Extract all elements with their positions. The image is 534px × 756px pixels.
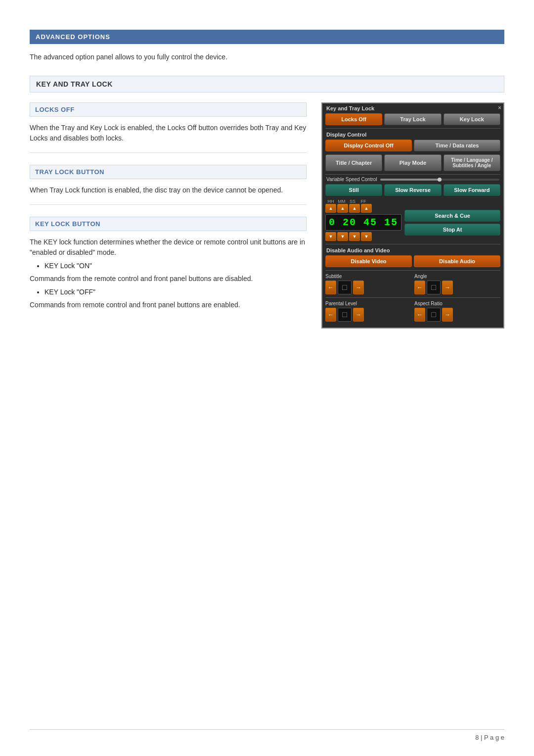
mm-up-arrow[interactable]: ▲	[337, 204, 348, 213]
mm-down-arrow[interactable]: ▼	[337, 232, 348, 241]
parental-spinner: Parental Level ← □ →	[325, 301, 411, 322]
dialog-close-button[interactable]: ×	[498, 104, 501, 111]
ss-down-arrow[interactable]: ▼	[349, 232, 360, 241]
stop-at-button[interactable]: Stop At	[404, 224, 500, 236]
left-content: LOCKS OFF When the Tray and Key Lock is …	[30, 102, 307, 331]
bullet-key-off: KEY Lock "OFF"	[44, 288, 307, 296]
disable-audio-button[interactable]: Disable Audio	[414, 255, 500, 267]
subtitle-spinner: Subtitle ← □ →	[325, 274, 411, 294]
key-lock-content2: Commands from the remote control and fro…	[30, 274, 307, 284]
angle-spinner: Angle ← □ →	[414, 274, 500, 294]
disable-video-button[interactable]: Disable Video	[325, 255, 412, 267]
down-arrows-row: ▼ ▼ ▼ ▼	[325, 232, 401, 241]
display-control-off-button[interactable]: Display Control Off	[325, 140, 412, 151]
display-row2: Title / Chapter Play Mode Time / Languag…	[322, 153, 503, 173]
time-data-rates-button[interactable]: Time / Data rates	[414, 140, 500, 151]
tray-lock-section: TRAY LOCK BUTTON When Tray Lock function…	[30, 165, 307, 205]
parental-right-arrow[interactable]: →	[353, 308, 364, 322]
ss-label: SS	[347, 199, 358, 204]
still-button[interactable]: Still	[325, 184, 382, 196]
time-row: ▲ ▲ ▲ ▲ 0 20 45 15 ▼ ▼ ▼ ▼	[322, 204, 503, 243]
ff-up-arrow[interactable]: ▲	[361, 204, 372, 213]
tray-lock-content: When Tray Lock function is enabled, the …	[30, 185, 307, 195]
subtitle-right-arrow[interactable]: →	[353, 281, 364, 294]
slow-forward-button[interactable]: Slow Forward	[444, 184, 500, 196]
search-cue-button[interactable]: Search & Cue	[404, 210, 500, 222]
aspect-right-arrow[interactable]: →	[442, 308, 453, 322]
bottom-spacer	[322, 324, 503, 328]
tray-lock-header: TRAY LOCK BUTTON	[30, 165, 307, 179]
play-mode-button[interactable]: Play Mode	[384, 154, 441, 171]
time-language-button[interactable]: Time / Language / Subtitles / Angle	[444, 154, 500, 171]
key-lock-content: The KEY lock function determines whether…	[30, 237, 307, 258]
right-panel: × Key and Tray Lock Locks Off Tray Lock …	[321, 102, 504, 329]
parental-left-arrow[interactable]: ←	[325, 308, 336, 322]
key-lock-header: KEY LOCK BUTTON	[30, 217, 307, 231]
speed-slider[interactable]	[380, 179, 499, 181]
title-chapter-button[interactable]: Title / Chapter	[325, 154, 382, 171]
subtitle-display: □	[338, 281, 352, 294]
disable-av-label: Disable Audio and Video	[322, 245, 503, 254]
key-lock-content3: Commands from remote control and front p…	[30, 300, 307, 310]
angle-left-arrow[interactable]: ←	[414, 281, 425, 294]
up-arrows-row: ▲ ▲ ▲ ▲	[325, 204, 401, 213]
tray-lock-button[interactable]: Tray Lock	[384, 113, 441, 125]
key-lock-button[interactable]: Key Lock	[444, 113, 500, 125]
key-lock-section: KEY LOCK BUTTON The KEY lock function de…	[30, 217, 307, 319]
page-footer: 8 | P a g e	[30, 729, 504, 741]
angle-display: □	[427, 281, 441, 294]
dialog-title: Key and Tray Lock	[322, 103, 503, 112]
locks-row: Locks Off Tray Lock Key Lock	[322, 112, 503, 127]
hh-label: HH	[325, 199, 336, 204]
advanced-options-header: ADVANCED OPTIONS	[30, 30, 504, 44]
hh-down-arrow[interactable]: ▼	[325, 232, 336, 241]
slow-reverse-button[interactable]: Slow Reverse	[384, 184, 441, 196]
intro-text: The advanced option panel allows to you …	[30, 53, 504, 61]
parental-controls: ← □ →	[325, 308, 411, 322]
aspect-ratio-spinner: Aspect Ratio ← □ →	[414, 301, 500, 322]
parental-level-label: Parental Level	[325, 301, 411, 306]
angle-controls: ← □ →	[414, 281, 500, 294]
locks-off-button[interactable]: Locks Off	[325, 113, 382, 125]
subtitle-controls: ← □ →	[325, 281, 411, 294]
subtitle-left-arrow[interactable]: ←	[325, 281, 336, 294]
angle-label: Angle	[414, 274, 500, 279]
display-control-label: Display Control	[322, 130, 503, 139]
variable-speed-label: Variable Speed Control	[326, 177, 377, 182]
ss-up-arrow[interactable]: ▲	[349, 204, 360, 213]
aspect-display: □	[427, 308, 441, 322]
mm-label: MM	[336, 199, 347, 204]
key-lock-bullets: KEY Lock "ON"	[44, 262, 307, 270]
angle-right-arrow[interactable]: →	[442, 281, 453, 294]
time-display: 0 20 45 15	[325, 214, 401, 231]
key-lock-bullets2: KEY Lock "OFF"	[44, 288, 307, 296]
locks-off-header: LOCKS OFF	[30, 102, 307, 117]
locks-off-section: LOCKS OFF When the Tray and Key Lock is …	[30, 102, 307, 153]
divider1	[325, 128, 500, 129]
divider5	[325, 297, 500, 298]
key-tray-lock-header: KEY AND TRAY LOCK	[30, 76, 504, 93]
aspect-ratio-label: Aspect Ratio	[414, 301, 500, 306]
time-labels-row: HH MM SS FF	[322, 198, 503, 204]
ff-label: FF	[358, 199, 369, 204]
aspect-ratio-controls: ← □ →	[414, 308, 500, 322]
divider2	[325, 174, 500, 175]
display-control-row: Display Control Off Time / Data rates	[322, 139, 503, 153]
page-number: 8 | P a g e	[475, 734, 504, 741]
speed-buttons-row: Still Slow Reverse Slow Forward	[322, 183, 503, 198]
divider4	[325, 270, 500, 271]
disable-av-row: Disable Video Disable Audio	[322, 254, 503, 269]
bullet-key-on: KEY Lock "ON"	[44, 262, 307, 270]
hh-up-arrow[interactable]: ▲	[325, 204, 336, 213]
subtitle-label: Subtitle	[325, 274, 411, 279]
key-tray-lock-dialog: × Key and Tray Lock Locks Off Tray Lock …	[321, 102, 504, 329]
locks-off-content: When the Tray and Key Lock is enabled, t…	[30, 123, 307, 143]
parental-aspect-row: Parental Level ← □ → Aspect Ratio ← □	[322, 299, 503, 324]
divider3	[325, 244, 500, 244]
parental-display: □	[338, 308, 352, 322]
speed-control-row: Variable Speed Control	[322, 176, 503, 183]
aspect-left-arrow[interactable]: ←	[414, 308, 425, 322]
ff-down-arrow[interactable]: ▼	[361, 232, 372, 241]
subtitle-angle-row: Subtitle ← □ → Angle ← □ →	[322, 272, 503, 296]
